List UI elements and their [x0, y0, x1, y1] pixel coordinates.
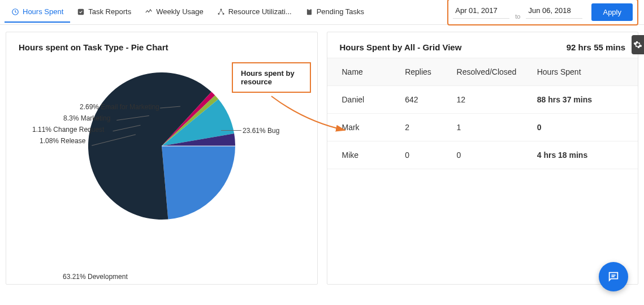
date-to-value: Jun 06, 2018: [526, 6, 573, 15]
svg-point-3: [218, 13, 219, 15]
pie-label-email-marketing: 2.69% Email for Marketing: [80, 103, 159, 111]
cell-name: Mike: [342, 151, 405, 160]
clipboard-icon: [305, 8, 313, 16]
pie-label-change-request: 1.11% Change Request: [32, 126, 104, 134]
cell-replies: 642: [405, 95, 456, 104]
col-hours: Hours Spent: [537, 67, 623, 76]
col-name: Name: [342, 67, 405, 76]
pie-label-marketing: 8.3% Marketing: [63, 114, 110, 122]
pie-card-title: Hours spent on Task Type - Pie Chart: [6, 32, 317, 58]
date-to[interactable]: Jun 06, 2018: [526, 6, 582, 19]
tab-label: Pending Tasks: [317, 7, 364, 16]
pie-label-bug: 23.61% Bug: [243, 127, 279, 135]
svg-rect-1: [78, 8, 84, 15]
cell-replies: 0: [405, 151, 456, 160]
tab-resource-utilization[interactable]: Resource Utilizati...: [210, 2, 299, 23]
cell-name: Mark: [342, 123, 405, 132]
cell-hours: 88 hrs 37 mins: [537, 95, 623, 104]
pie-label-development: 63.21% Development: [63, 273, 128, 281]
tab-label: Weekly Usage: [156, 7, 204, 16]
table-row[interactable]: Daniel 642 12 88 hrs 37 mins: [327, 86, 638, 114]
tab-pending-tasks[interactable]: Pending Tasks: [299, 2, 371, 23]
tab-label: Task Reports: [88, 7, 131, 16]
table-row[interactable]: Mike 0 0 4 hrs 18 mins: [327, 141, 638, 169]
gear-icon: [633, 40, 642, 49]
tab-task-reports[interactable]: Task Reports: [70, 2, 138, 23]
cell-resolved: 0: [457, 151, 537, 160]
tab-weekly-usage[interactable]: Weekly Usage: [138, 2, 210, 23]
svg-point-2: [220, 8, 222, 10]
settings-gear-tab[interactable]: [632, 35, 644, 54]
grid-header: Name Replies Resolved/Closed Hours Spent: [327, 58, 638, 86]
cell-hours: 0: [537, 123, 623, 132]
cell-resolved: 1: [457, 123, 537, 132]
check-badge-icon: [77, 8, 85, 16]
apply-button[interactable]: Apply: [591, 3, 633, 21]
svg-rect-5: [307, 9, 312, 15]
chat-icon: [607, 270, 620, 283]
svg-point-4: [222, 13, 224, 15]
cell-hours: 4 hrs 18 mins: [537, 151, 623, 160]
col-replies: Replies: [405, 67, 456, 76]
pie-chart: [88, 72, 235, 220]
annotation-callout: Hours spent by resource: [232, 62, 311, 93]
grid-card-title: Hours Spent by All - Grid View: [340, 42, 462, 52]
tab-label: Resource Utilizati...: [228, 7, 292, 16]
grid-view-card: Hours Spent by All - Grid View 92 hrs 55…: [327, 32, 639, 285]
date-to-label: to: [509, 13, 526, 20]
table-row[interactable]: Mark 2 1 0: [327, 114, 638, 141]
cell-replies: 2: [405, 123, 456, 132]
pie-label-release: 1.08% Release: [40, 137, 85, 145]
tab-label: Hours Spent: [23, 7, 63, 16]
date-range-picker: Apr 01, 2017 to Jun 06, 2018 Apply: [447, 0, 638, 25]
grid-total-hours: 92 hrs 55 mins: [567, 42, 625, 52]
top-bar: Hours Spent Task Reports Weekly Usage Re…: [0, 0, 644, 25]
cell-name: Daniel: [342, 95, 405, 104]
tab-hours-spent[interactable]: Hours Spent: [5, 2, 70, 23]
trend-icon: [145, 8, 153, 16]
clock-icon: [11, 8, 19, 16]
date-from-value: Apr 01, 2017: [453, 6, 499, 15]
cell-resolved: 12: [457, 95, 537, 104]
col-resolved: Resolved/Closed: [457, 67, 537, 76]
chat-fab[interactable]: [599, 262, 628, 291]
date-from[interactable]: Apr 01, 2017: [453, 6, 509, 19]
share-icon: [217, 8, 225, 16]
main-panels: Hours spent on Task Type - Pie Chart: [0, 25, 644, 291]
report-tabs: Hours Spent Task Reports Weekly Usage Re…: [5, 2, 371, 23]
svg-rect-6: [308, 8, 310, 10]
